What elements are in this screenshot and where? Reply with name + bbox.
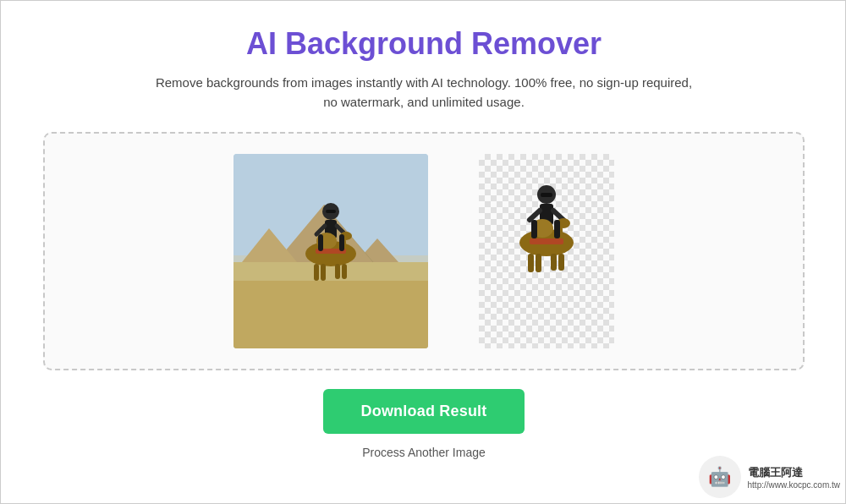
svg-rect-18 (321, 264, 326, 281)
svg-rect-35 (551, 254, 557, 271)
svg-rect-34 (536, 254, 541, 272)
page-subtitle: Remove backgrounds from images instantly… (153, 74, 695, 112)
svg-rect-20 (342, 264, 347, 279)
page-title: AI Background Remover (246, 26, 602, 62)
svg-rect-39 (554, 220, 560, 238)
svg-rect-25 (541, 193, 552, 197)
download-result-button[interactable]: Download Result (323, 389, 524, 434)
svg-rect-36 (558, 254, 564, 271)
svg-rect-3 (233, 281, 428, 348)
svg-line-27 (530, 211, 540, 220)
svg-rect-9 (326, 210, 336, 213)
watermark-url: http://www.kocpc.com.tw (748, 480, 840, 490)
svg-rect-33 (528, 254, 534, 272)
page-wrapper: AI Background Remover Remove backgrounds… (1, 1, 846, 504)
process-another-link[interactable]: Process Another Image (362, 446, 486, 459)
original-image (233, 154, 428, 348)
watermark-logo-icon: 🤖 (699, 456, 741, 498)
watermark: 🤖 電腦王阿達 http://www.kocpc.com.tw (699, 456, 840, 498)
original-image-box (233, 154, 428, 348)
processed-image (479, 154, 614, 348)
watermark-title: 電腦王阿達 (748, 465, 803, 480)
svg-rect-37 (530, 238, 563, 244)
watermark-text: 電腦王阿達 http://www.kocpc.com.tw (748, 465, 840, 490)
svg-rect-19 (335, 264, 340, 279)
processed-image-box (479, 154, 614, 348)
image-area (43, 132, 805, 370)
svg-rect-17 (314, 264, 319, 281)
svg-rect-23 (339, 234, 344, 251)
images-row (233, 154, 614, 348)
svg-rect-22 (318, 234, 323, 251)
svg-rect-38 (531, 220, 537, 238)
